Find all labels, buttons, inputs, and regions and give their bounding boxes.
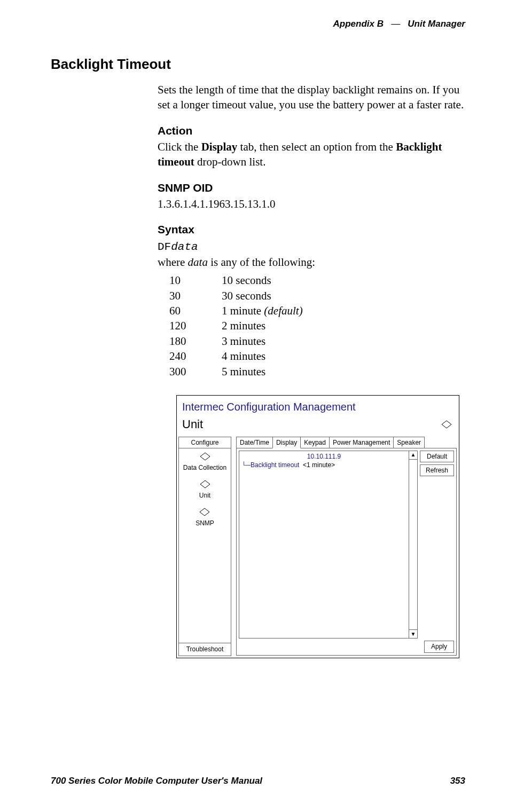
unit-icon <box>440 420 454 429</box>
header-section: Unit Manager <box>408 19 465 29</box>
option-code: 60 <box>169 303 222 318</box>
option-code: 120 <box>169 318 222 333</box>
intro-paragraph: Sets the length of time that the display… <box>158 82 465 113</box>
where-pre: where <box>158 256 188 269</box>
sidebar-item-label: Unit <box>199 491 210 500</box>
option-code: 30 <box>169 288 222 303</box>
tabs-row: Date/TimeDisplayKeypadPower ManagementSp… <box>236 437 457 448</box>
footer-page-number: 353 <box>450 776 465 786</box>
scrollbar[interactable]: ▲ ▼ <box>409 451 417 638</box>
action-text-mid: tab, then select an option from the <box>237 140 396 153</box>
sidebar-item-icon <box>198 479 212 489</box>
options-row: 2404 minutes <box>169 349 303 364</box>
syntax-where: where data is any of the following: <box>158 255 465 270</box>
option-desc: 1 minute (default) <box>222 303 303 318</box>
snmp-oid: 1.3.6.1.4.1.1963.15.13.1.0 <box>158 196 465 211</box>
where-post: is any of the following: <box>208 256 315 269</box>
config-screenshot: Intermec Configuration Management Unit C… <box>176 395 459 658</box>
action-text-pre: Click the <box>158 140 201 153</box>
listbox-ip: 10.10.111.9 <box>241 452 406 461</box>
syntax-code-var: data <box>171 241 198 253</box>
options-row: 1202 minutes <box>169 318 303 333</box>
option-default-marker: (default) <box>264 304 302 317</box>
unit-label: Unit <box>182 416 203 432</box>
sidebar-item-label: Data Collection <box>183 463 226 472</box>
page-footer: 700 Series Color Mobile Computer User's … <box>51 776 465 786</box>
action-bold-display: Display <box>201 140 238 153</box>
page-title: Backlight Timeout <box>51 56 465 73</box>
sidebar-item[interactable]: SNMP <box>196 507 214 527</box>
option-desc: 3 minutes <box>222 334 303 349</box>
syntax-line: DFdata <box>158 239 465 255</box>
tab[interactable]: Power Management <box>329 437 394 448</box>
snmp-heading: SNMP OID <box>158 180 465 195</box>
syntax-heading: Syntax <box>158 222 465 237</box>
sidebar: Configure Data CollectionUnitSNMP Troubl… <box>177 435 233 658</box>
sidebar-item-icon <box>198 452 212 461</box>
row-value: <1 minute> <box>303 461 335 469</box>
action-heading: Action <box>158 123 465 138</box>
row-label: Backlight timeout <box>251 461 299 469</box>
action-text-post: drop-down list. <box>194 155 266 168</box>
footer-manual: 700 Series Color Mobile Computer User's … <box>51 776 262 786</box>
svg-marker-0 <box>442 421 451 428</box>
apply-button[interactable]: Apply <box>424 641 454 652</box>
option-desc: 10 seconds <box>222 273 303 288</box>
tab[interactable]: Date/Time <box>236 437 273 448</box>
scroll-up-icon[interactable]: ▲ <box>409 451 417 460</box>
refresh-button[interactable]: Refresh <box>420 464 454 476</box>
listbox-row-backlight[interactable]: └─Backlight timeout <1 minute> <box>241 461 406 469</box>
sidebar-item-icon <box>198 507 212 517</box>
header-dash: — <box>391 19 400 29</box>
svg-marker-1 <box>200 453 210 460</box>
sidebar-item[interactable]: Data Collection <box>183 452 226 472</box>
sidebar-tab-configure[interactable]: Configure <box>178 437 231 448</box>
sidebar-tab-troubleshoot[interactable]: Troubleshoot <box>178 643 231 656</box>
action-paragraph: Click the Display tab, then select an op… <box>158 139 465 170</box>
header-appendix: Appendix B <box>333 19 384 29</box>
svg-marker-3 <box>200 508 209 516</box>
where-var: data <box>188 256 208 269</box>
default-button[interactable]: Default <box>420 451 454 462</box>
option-desc: 2 minutes <box>222 318 303 333</box>
option-code: 300 <box>169 364 222 379</box>
option-desc: 4 minutes <box>222 349 303 364</box>
options-row: 601 minute (default) <box>169 303 303 318</box>
option-code: 240 <box>169 349 222 364</box>
options-row: 1010 seconds <box>169 273 303 288</box>
tab[interactable]: Display <box>272 437 301 448</box>
option-code: 180 <box>169 334 222 349</box>
tab[interactable]: Keypad <box>300 437 330 448</box>
sidebar-item[interactable]: Unit <box>198 479 212 500</box>
running-header: Appendix B — Unit Manager <box>51 19 465 29</box>
svg-marker-2 <box>200 480 210 488</box>
settings-listbox[interactable]: 10.10.111.9 └─Backlight timeout <1 minut… <box>239 451 418 639</box>
options-row: 1803 minutes <box>169 334 303 349</box>
option-desc: 5 minutes <box>222 364 303 379</box>
options-row: 3030 seconds <box>169 288 303 303</box>
option-code: 10 <box>169 273 222 288</box>
syntax-code-prefix: DF <box>158 241 171 253</box>
sidebar-item-label: SNMP <box>196 519 214 527</box>
screenshot-title: Intermec Configuration Management <box>177 396 459 416</box>
option-desc: 30 seconds <box>222 288 303 303</box>
options-table: 1010 seconds3030 seconds601 minute (defa… <box>169 273 303 379</box>
scroll-down-icon[interactable]: ▼ <box>409 629 417 638</box>
tab[interactable]: Speaker <box>393 437 425 448</box>
options-row: 3005 minutes <box>169 364 303 379</box>
